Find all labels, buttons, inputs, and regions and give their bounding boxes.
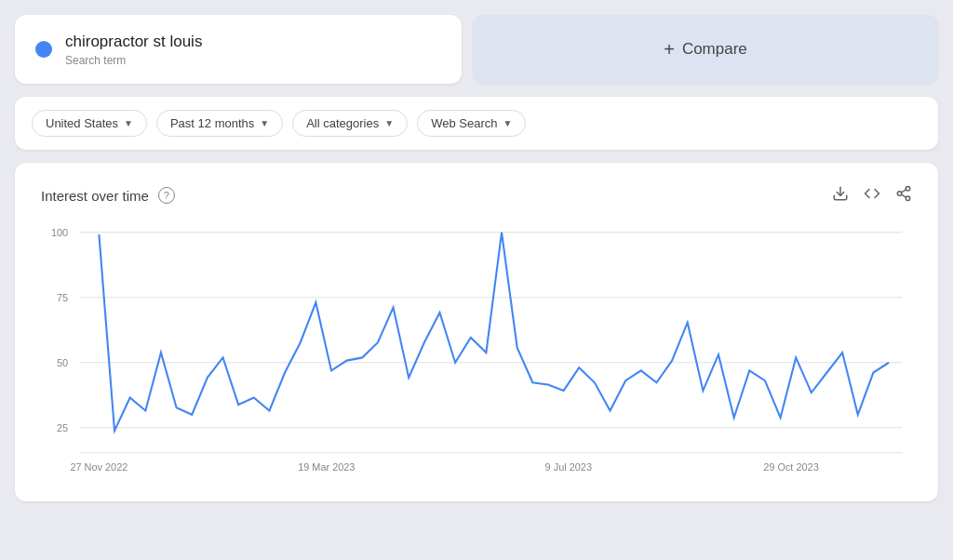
filter-category[interactable]: All categories ▼ (292, 110, 408, 137)
embed-icon[interactable] (864, 185, 880, 206)
share-icon[interactable] (895, 185, 912, 206)
filter-timerange[interactable]: Past 12 months ▼ (156, 110, 283, 137)
chart-title-row: Interest over time ? (41, 187, 175, 204)
compare-inner: + Compare (664, 39, 747, 60)
filter-timerange-arrow: ▼ (260, 118, 269, 128)
y-label-100: 100 (51, 227, 68, 238)
filter-category-arrow: ▼ (384, 118, 394, 128)
svg-line-4 (901, 194, 906, 197)
compare-plus-icon: + (664, 39, 675, 60)
compare-label: Compare (682, 40, 747, 59)
y-label-25: 25 (57, 422, 68, 433)
x-label-oct: 29 Oct 2023 (763, 461, 818, 473)
download-icon[interactable] (832, 185, 849, 206)
trend-line (99, 233, 889, 431)
svg-line-5 (901, 190, 906, 193)
filter-category-label: All categories (306, 116, 379, 130)
chart-area: 100 75 50 25 27 Nov 2022 19 Mar 2023 9 J… (41, 222, 912, 483)
search-term-title: chiropractor st louis (65, 32, 202, 52)
x-label-mar: 19 Mar 2023 (298, 461, 355, 473)
search-dot (35, 41, 52, 58)
chart-title: Interest over time (41, 188, 149, 204)
y-label-50: 50 (57, 357, 68, 368)
search-term-text: chiropractor st louis Search term (65, 32, 202, 67)
x-label-jul: 9 Jul 2023 (545, 461, 592, 473)
x-label-nov: 27 Nov 2022 (70, 461, 128, 473)
filter-region-arrow: ▼ (124, 118, 133, 128)
filter-searchtype-label: Web Search (431, 116, 497, 130)
chart-card: Interest over time ? (15, 163, 938, 501)
chart-header: Interest over time ? (41, 185, 912, 206)
compare-card[interactable]: + Compare (473, 15, 938, 84)
filters-row: United States ▼ Past 12 months ▼ All cat… (15, 97, 938, 150)
help-icon[interactable]: ? (158, 187, 175, 204)
line-chart-svg: 100 75 50 25 27 Nov 2022 19 Mar 2023 9 J… (41, 222, 912, 483)
filter-timerange-label: Past 12 months (170, 116, 254, 130)
filter-region[interactable]: United States ▼ (32, 110, 147, 137)
filter-region-label: United States (46, 116, 118, 130)
filter-searchtype-arrow: ▼ (503, 118, 512, 128)
filter-searchtype[interactable]: Web Search ▼ (417, 110, 526, 137)
y-label-75: 75 (57, 292, 68, 303)
search-term-card: chiropractor st louis Search term (15, 15, 462, 84)
search-term-sublabel: Search term (65, 54, 202, 67)
chart-actions (832, 185, 912, 206)
